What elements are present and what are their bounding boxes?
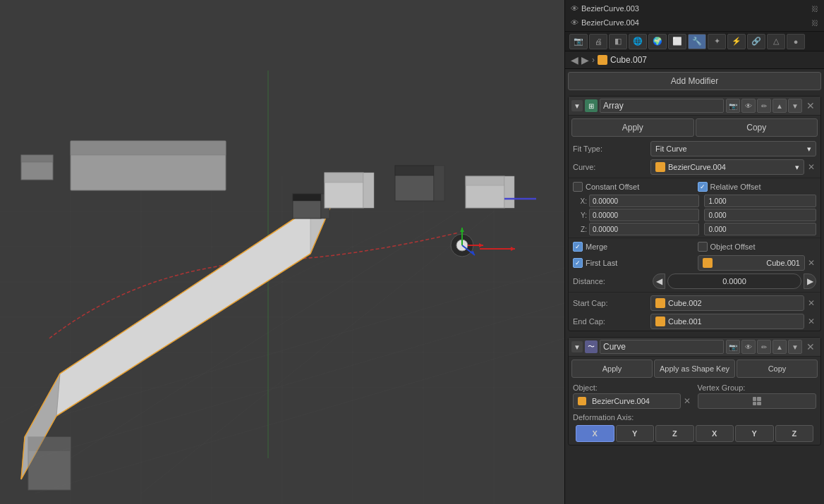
object-offset-ref-dropdown[interactable]: Cube.001 — [698, 255, 806, 271]
svg-rect-32 — [504, 176, 514, 208]
relative-offset-checkbox[interactable] — [698, 182, 708, 192]
axis-x-pos-btn[interactable]: X — [576, 425, 614, 442]
curve-obj-icon — [578, 397, 586, 405]
distance-decrement-btn[interactable]: ◀ — [653, 273, 665, 289]
curve-clear-btn[interactable]: ✕ — [806, 162, 816, 172]
curve-move-down-btn[interactable]: ▼ — [788, 340, 802, 354]
physics-icon-btn[interactable]: ⚡ — [727, 34, 746, 49]
curve-object-label: Object: — [573, 383, 692, 392]
y-const-value: 0.00000 — [593, 211, 618, 219]
object-offset-checkbox[interactable] — [698, 242, 708, 252]
first-last-checkbox[interactable] — [573, 258, 583, 268]
curve-render-btn[interactable]: 📷 — [726, 340, 740, 354]
curve-viewport-btn[interactable]: 👁 — [741, 340, 756, 354]
scene-icon-btn[interactable]: 🌐 — [629, 34, 647, 49]
svg-rect-29 — [434, 166, 444, 201]
constant-offset-label: Constant Offset — [586, 183, 639, 191]
merge-checkbox[interactable] — [573, 242, 583, 252]
start-cap-dropdown[interactable]: Cube.002 — [650, 295, 804, 311]
array-move-up-btn[interactable]: ▲ — [772, 99, 787, 113]
add-modifier-container: Add Modifier — [565, 69, 824, 93]
z-const-field[interactable]: 0.00000 — [589, 223, 699, 235]
axis-y-pos-btn[interactable]: Y — [616, 425, 655, 442]
modifier-icon-btn[interactable]: 🔧 — [688, 34, 706, 49]
curve-value-text: BezierCurve.004 — [668, 163, 726, 171]
constant-offset-checkbox[interactable] — [573, 182, 583, 192]
array-move-down-btn[interactable]: ▼ — [788, 99, 802, 113]
offset-checkboxes-row: Constant Offset Relative Offset — [569, 180, 820, 194]
array-copy-btn[interactable]: Copy — [696, 118, 818, 137]
curve-object-input[interactable]: BezierCurve.004 — [573, 393, 681, 409]
world-icon-btn[interactable]: 🌍 — [648, 34, 667, 49]
nav-forward-btn[interactable]: ▶ — [581, 54, 589, 66]
vertex-group-input[interactable] — [698, 393, 817, 409]
x-rel-field[interactable]: 1.000 — [704, 195, 817, 207]
viewlayer-icon-btn[interactable]: ◧ — [609, 34, 627, 49]
objectdata-icon-btn[interactable]: △ — [767, 34, 785, 49]
material-icon-btn[interactable]: ● — [787, 34, 805, 49]
curve-name-input[interactable] — [600, 340, 724, 354]
axis-x-neg-btn[interactable]: X — [696, 425, 734, 442]
curve-apply-btn[interactable]: Apply — [571, 359, 653, 378]
start-cap-row: Start Cap: Cube.002 ✕ — [569, 294, 820, 312]
render-icon-btn[interactable]: 📷 — [569, 34, 588, 49]
outliner-row-bezier4[interactable]: 👁 BezierCurve.004 ⛓ — [568, 16, 821, 30]
array-viewport-btn[interactable]: 👁 — [741, 99, 756, 113]
object-icon-btn[interactable]: ⬜ — [668, 34, 686, 49]
fit-type-text: Fit Curve — [655, 145, 687, 153]
y-rel-field[interactable]: 0.000 — [704, 209, 817, 221]
start-cap-clear-btn[interactable]: ✕ — [806, 298, 816, 308]
curve-move-up-btn[interactable]: ▲ — [772, 340, 787, 354]
object-offset-label: Object Offset — [710, 242, 756, 251]
y-const-field[interactable]: 0.00000 — [589, 209, 699, 221]
x-axis-label: X: — [573, 197, 587, 205]
separator-3 — [569, 292, 820, 293]
axis-y-neg-btn[interactable]: Y — [735, 425, 774, 442]
array-delete-btn[interactable]: ✕ — [804, 99, 818, 113]
distance-increment-btn[interactable]: ▶ — [804, 273, 816, 289]
curve-copy-btn[interactable]: Copy — [737, 359, 818, 378]
array-name-input[interactable] — [600, 99, 724, 113]
array-render-btn[interactable]: 📷 — [726, 99, 740, 113]
obj-offset-icon — [703, 258, 713, 268]
axis-z-neg-btn[interactable]: Z — [775, 425, 814, 442]
svg-rect-25 — [325, 173, 363, 183]
fit-type-dropdown[interactable]: Fit Curve ▾ — [650, 141, 816, 156]
nav-back-btn[interactable]: ◀ — [571, 54, 578, 66]
obj-offset-clear-btn[interactable]: ✕ — [806, 258, 816, 268]
object-offset-ref: Cube.001 ✕ — [698, 255, 817, 271]
outliner-row-bezier3[interactable]: 👁 BezierCurve.003 ⛓ — [568, 1, 821, 16]
curve-edit-btn[interactable]: ✏ — [757, 340, 771, 354]
x-const-field[interactable]: 0.00000 — [589, 195, 699, 207]
first-last-row: First Last Cube.001 ✕ — [569, 254, 820, 272]
curve-object-clear-btn[interactable]: ✕ — [682, 396, 692, 406]
constraints-icon-btn[interactable]: 🔗 — [747, 34, 765, 49]
curve-collapse-btn[interactable]: ▼ — [571, 341, 583, 352]
curve-label: Curve: — [573, 163, 650, 171]
object-type-icon — [598, 55, 607, 65]
output-icon-btn[interactable]: 🖨 — [589, 34, 607, 49]
y-row: Y: 0.00000 0.000 — [569, 208, 820, 222]
axis-z-pos-btn[interactable]: Z — [655, 425, 694, 442]
curve-apply-shape-key-btn[interactable]: Apply as Shape Key — [654, 359, 735, 378]
breadcrumb: ◀ ▶ › Cube.007 — [565, 51, 824, 69]
x-const-value: 0.00000 — [593, 197, 618, 205]
particles-icon-btn[interactable]: ✦ — [708, 34, 726, 49]
3d-viewport[interactable] — [0, 0, 564, 504]
curve-delete-btn[interactable]: ✕ — [804, 340, 818, 354]
curve-object-icon — [655, 162, 665, 172]
end-cap-dropdown[interactable]: Cube.001 — [650, 314, 804, 329]
add-modifier-btn[interactable]: Add Modifier — [568, 72, 821, 90]
curve-modifier-block: ▼ 〜 📷 👁 ✏ ▲ ▼ ✕ Apply Apply as Shape Key… — [568, 337, 821, 445]
visibility-icon-bezier3[interactable]: 👁 — [571, 4, 578, 13]
array-apply-btn[interactable]: Apply — [571, 118, 694, 137]
array-collapse-btn[interactable]: ▼ — [571, 100, 583, 111]
visibility-icon-bezier4[interactable]: 👁 — [571, 18, 578, 27]
array-edit-btn[interactable]: ✏ — [757, 99, 771, 113]
z-rel-field[interactable]: 0.000 — [704, 223, 817, 235]
vertex-group-label: Vertex Group: — [698, 383, 817, 392]
curve-dropdown[interactable]: BezierCurve.004 ▾ — [650, 159, 804, 175]
end-cap-clear-btn[interactable]: ✕ — [806, 316, 816, 326]
distance-field[interactable]: 0.0000 — [667, 273, 801, 289]
deformation-axis-label: Deformation Axis: — [573, 413, 816, 422]
